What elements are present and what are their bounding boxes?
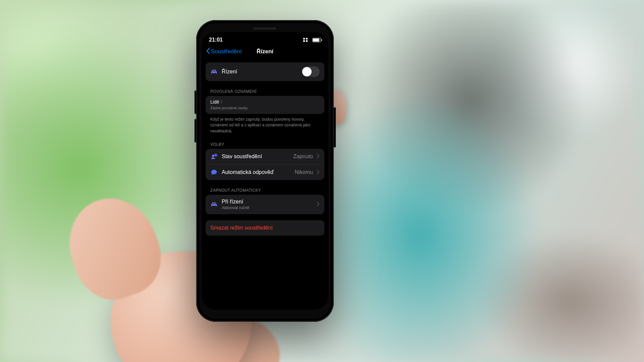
driving-focus-toggle[interactable] — [302, 66, 320, 77]
section-header-auto: ZAPNOUT AUTOMATICKY — [206, 186, 324, 195]
auto-reply-value: Nikomu — [295, 169, 313, 175]
while-driving-row[interactable]: Při řízení Aktivovat ručně — [206, 195, 324, 214]
section-header-options: VOLBY — [206, 140, 324, 149]
phone-power-button — [334, 107, 336, 147]
chevron-right-icon — [220, 99, 223, 105]
section-header-allowed: POVOLENÁ OZNÁMENÍ — [206, 87, 324, 96]
focus-status-label: Stav soustředění — [222, 154, 289, 160]
chevron-right-icon — [317, 154, 320, 160]
back-button[interactable]: Soustředění — [206, 48, 242, 56]
while-driving-label: Při řízení — [222, 199, 313, 205]
car-icon — [210, 201, 218, 208]
cellular-icon — [303, 38, 308, 42]
back-label: Soustředění — [211, 48, 242, 55]
phone-screen: 21:01 Soustředění Řízení — [202, 32, 328, 310]
section-footer-allowed: Když je tento režim zapnutý, budou povol… — [206, 114, 324, 134]
allowed-people-row[interactable]: Lidé Žádné povolené osoby — [206, 96, 324, 114]
status-time: 21:01 — [209, 37, 223, 43]
phone-volume-down — [195, 119, 196, 142]
driving-focus-toggle-row: Řízení — [206, 62, 324, 81]
svg-point-0 — [212, 155, 214, 157]
auto-reply-row[interactable]: Automatická odpověď Nikomu — [206, 164, 324, 180]
battery-icon — [312, 38, 321, 42]
delete-focus-label: Smazat režim soustředění — [210, 225, 273, 231]
focus-status-row[interactable]: Stav soustředění Zapnuto — [206, 149, 324, 164]
chevron-left-icon — [206, 48, 210, 56]
chevron-right-icon — [317, 202, 320, 207]
status-bar: 21:01 — [202, 32, 328, 44]
allowed-people-label: Lidé — [210, 99, 219, 105]
chevron-right-icon — [317, 170, 320, 175]
driving-focus-label: Řízení — [222, 69, 298, 75]
delete-focus-button[interactable]: Smazat režim soustředění — [206, 220, 324, 236]
allowed-people-sub: Žádné povolené osoby — [210, 106, 248, 110]
focus-status-icon — [210, 153, 218, 160]
car-icon — [210, 68, 218, 75]
smartphone-body: 21:01 Soustředění Řízení — [196, 20, 334, 322]
nav-header: Soustředění Řízení — [202, 44, 328, 59]
auto-reply-label: Automatická odpověď — [222, 169, 291, 175]
phone-volume-up — [195, 90, 196, 114]
focus-status-value: Zapnuto — [293, 154, 313, 160]
while-driving-sub: Aktivovat ručně — [222, 205, 313, 210]
chat-bubble-icon — [210, 169, 218, 176]
